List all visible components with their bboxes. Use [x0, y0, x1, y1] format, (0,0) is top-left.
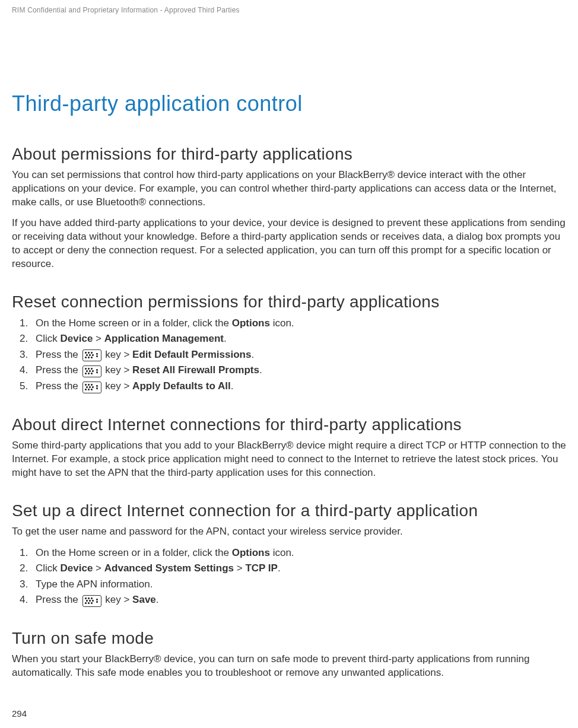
step-text: key > — [103, 594, 133, 605]
list-item: Press the key > Apply Defaults to All. — [31, 379, 566, 394]
step-text: Click — [36, 333, 61, 344]
step-text: Press the — [36, 364, 81, 376]
step-text: . — [278, 562, 281, 574]
paragraph: You can set permissions that control how… — [12, 169, 566, 209]
step-text: Click — [36, 562, 61, 574]
list-item: Click Device > Advanced System Settings … — [31, 561, 566, 576]
blackberry-menu-key-icon — [82, 595, 101, 607]
list-item: On the Home screen or in a folder, click… — [31, 316, 566, 331]
list-item: Type the APN information. — [31, 577, 566, 592]
document-page: RIM Confidential and Proprietary Informa… — [0, 0, 578, 699]
step-text: . — [251, 349, 254, 360]
blackberry-menu-key-icon — [82, 349, 101, 361]
step-text: > — [93, 562, 104, 574]
ui-label: Options — [232, 317, 270, 329]
step-text: > — [93, 333, 104, 344]
section-heading-about-direct: About direct Internet connections for th… — [12, 415, 566, 434]
ui-label: Advanced System Settings — [104, 562, 234, 574]
ui-label: Options — [232, 547, 270, 558]
section-heading-setup-direct: Set up a direct Internet connection for … — [12, 501, 566, 520]
paragraph: Some third-party applications that you a… — [12, 439, 566, 480]
ui-label: Application Management — [104, 333, 224, 344]
step-text: Press the — [36, 594, 81, 605]
step-text: Type the APN information. — [36, 578, 153, 590]
section-heading-reset-permissions: Reset connection permissions for third-p… — [12, 293, 566, 311]
ui-label: TCP IP — [245, 562, 277, 574]
step-text: key > — [103, 349, 133, 360]
steps-list: On the Home screen or in a folder, click… — [12, 316, 566, 394]
steps-list: On the Home screen or in a folder, click… — [12, 546, 566, 608]
step-text: icon. — [270, 547, 294, 558]
ui-label: Reset All Firewall Prompts — [132, 364, 259, 376]
step-text: . — [156, 594, 159, 605]
step-text: . — [231, 380, 234, 392]
section-heading-about-permissions: About permissions for third-party applic… — [12, 145, 566, 164]
step-text: On the Home screen or in a folder, click… — [36, 547, 232, 558]
step-text: . — [224, 333, 227, 344]
step-text: > — [234, 562, 245, 574]
step-text: key > — [103, 364, 133, 376]
ui-label: Device — [61, 333, 93, 344]
confidential-header: RIM Confidential and Proprietary Informa… — [12, 6, 566, 14]
paragraph: When you start your BlackBerry® device, … — [12, 653, 566, 680]
paragraph: To get the user name and password for th… — [12, 525, 566, 539]
ui-label: Save — [132, 594, 156, 605]
ui-label: Edit Default Permissions — [132, 349, 251, 360]
ui-label: Device — [61, 562, 93, 574]
blackberry-menu-key-icon — [82, 365, 101, 377]
ui-label: Apply Defaults to All — [132, 380, 231, 392]
page-title: Third-party application control — [12, 91, 566, 116]
step-text: key > — [103, 380, 133, 392]
step-text: icon. — [270, 317, 294, 329]
paragraph: If you have added third-party applicatio… — [12, 217, 566, 271]
blackberry-menu-key-icon — [82, 382, 101, 393]
step-text: On the Home screen or in a folder, click… — [36, 317, 232, 329]
page-number: 294 — [12, 708, 27, 719]
list-item: On the Home screen or in a folder, click… — [31, 546, 566, 561]
step-text: . — [259, 364, 262, 376]
step-text: Press the — [36, 349, 81, 360]
list-item: Click Device > Application Management. — [31, 332, 566, 346]
step-text: Press the — [36, 380, 81, 392]
list-item: Press the key > Reset All Firewall Promp… — [31, 363, 566, 378]
list-item: Press the key > Save. — [31, 593, 566, 608]
list-item: Press the key > Edit Default Permissions… — [31, 348, 566, 363]
section-heading-safe-mode: Turn on safe mode — [12, 629, 566, 648]
